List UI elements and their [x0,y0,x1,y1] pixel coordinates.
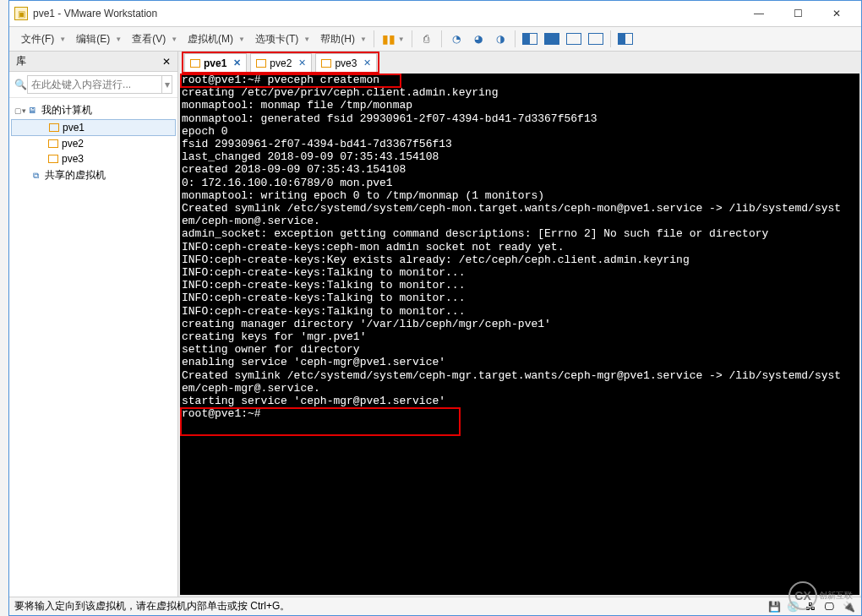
vm-icon [256,59,266,68]
library-sidebar: 库 ✕ 🔍 ▾ ▢▾ 🖥 我的计算机 pve1 [9,52,178,597]
search-icon: 🔍 [14,79,27,90]
menu-vm[interactable]: 虚拟机(M) [181,29,240,50]
tree-item-pve2[interactable]: pve2 [11,136,176,151]
tab-close-icon[interactable]: ✕ [233,57,241,68]
tab-pve3[interactable]: pve3 ✕ [315,53,377,72]
menu-edit[interactable]: 编辑(E) [69,29,117,50]
tree-item-label: pve3 [62,153,84,165]
tab-pve2[interactable]: pve2 ✕ [250,53,312,72]
pause-icon[interactable]: ▮▮ [379,30,398,48]
vm-icon [190,59,200,68]
maximize-button[interactable]: ☐ [778,2,817,25]
sidebar-header: 库 ✕ [9,52,177,72]
sidebar-title: 库 [16,54,26,68]
sidebar-close-icon[interactable]: ✕ [162,56,171,68]
tree-shared-label: 共享的虚拟机 [45,168,106,183]
tree-item-label: pve2 [62,138,84,150]
tray-net-icon[interactable]: 🖧 [805,601,819,613]
menu-view[interactable]: 查看(V) [125,29,172,50]
console-output: root@pve1:~# pveceph createmon creating … [180,74,859,420]
tabs-highlight-box: pve1 ✕ pve2 ✕ pve3 ✕ [182,52,379,74]
titlebar: ▣ pve1 - VMware Workstation — ☐ ✕ [9,1,861,26]
tray-display-icon[interactable]: 🖵 [824,601,837,613]
main-area: pve1 ✕ pve2 ✕ pve3 ✕ root@p [178,52,861,597]
vm-icon [48,155,58,163]
tree-shared-vms[interactable]: ⧉ 共享的虚拟机 [11,166,176,184]
vm-icon [49,123,59,132]
view-full-icon[interactable] [543,30,561,48]
window-controls: — ☐ ✕ [739,2,856,25]
minimize-button[interactable]: — [739,2,778,25]
app-icon: ▣ [14,7,28,20]
vm-tabs: pve1 ✕ pve2 ✕ pve3 ✕ [178,52,861,74]
send-cad-icon[interactable]: ⎙ [417,30,436,48]
search-dropdown-icon[interactable]: ▾ [162,75,172,94]
vm-icon [321,59,331,68]
library-icon[interactable] [616,30,635,48]
view-fit-icon[interactable] [565,30,583,48]
vm-icon [48,139,58,148]
tree-root-label: 我的计算机 [41,103,92,117]
tree-root-my-computer[interactable]: ▢▾ 🖥 我的计算机 [11,101,176,119]
tab-label: pve1 [204,57,226,69]
twisty-expanded-icon[interactable]: ▢▾ [14,106,23,115]
menubar: 文件(F)▼ 编辑(E)▼ 查看(V)▼ 虚拟机(M)▼ 选项卡(T)▼ 帮助(… [9,26,861,52]
close-button[interactable]: ✕ [817,2,856,25]
unity-icon[interactable] [586,30,605,48]
status-hint: 要将输入定向到该虚拟机，请在虚拟机内部单击或按 Ctrl+G。 [14,599,290,613]
snapshot-manager-icon[interactable]: ◑ [491,30,510,48]
menu-help[interactable]: 帮助(H) [314,29,362,50]
tab-pve1[interactable]: pve1 ✕ [184,53,247,72]
host-icon: 🖥 [26,105,38,117]
window-title: pve1 - VMware Workstation [33,8,739,19]
tree-item-label: pve1 [63,122,85,134]
library-tree: ▢▾ 🖥 我的计算机 pve1 pve2 pve3 ⧉ [9,98,177,597]
snapshot-icon[interactable]: ◔ [447,30,466,48]
app-window: { "titlebar": { "title": "pve1 - VMware … [8,0,862,616]
tab-label: pve3 [335,57,357,69]
tree-item-pve1[interactable]: pve1 [11,119,176,136]
tray-cd-icon[interactable]: 💿 [787,601,800,613]
search-input[interactable] [27,75,162,94]
snapshot-revert-icon[interactable]: ◕ [469,30,488,48]
vm-console[interactable]: root@pve1:~# pveceph createmon creating … [180,74,859,595]
shared-icon: ⧉ [30,170,41,182]
status-tray: 💾 💿 🖧 🖵 🔌 [768,601,856,613]
tray-hdd-icon[interactable]: 💾 [768,601,782,613]
tree-item-pve3[interactable]: pve3 [11,151,176,166]
menu-file[interactable]: 文件(F) [14,29,61,50]
menu-tabs[interactable]: 选项卡(T) [248,29,305,50]
tab-close-icon[interactable]: ✕ [298,57,306,68]
statusbar: 要将输入定向到该虚拟机，请在虚拟机内部单击或按 Ctrl+G。 💾 💿 🖧 🖵 … [9,597,861,615]
search-row: 🔍 ▾ [9,72,177,98]
tab-label: pve2 [270,57,292,69]
view-split-icon[interactable] [521,30,539,48]
tray-usb-icon[interactable]: 🔌 [843,601,856,613]
tab-close-icon[interactable]: ✕ [363,57,371,68]
